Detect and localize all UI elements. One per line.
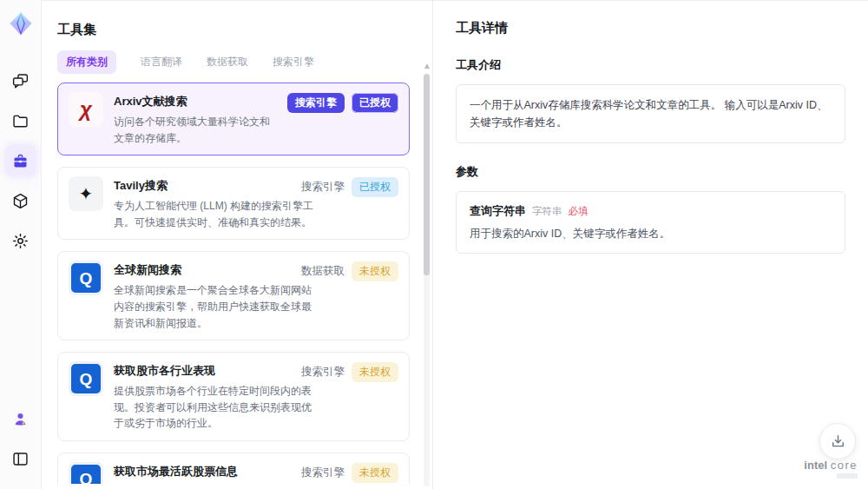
chat-icon — [11, 72, 30, 90]
nav-packages[interactable] — [5, 185, 36, 216]
folder-icon — [11, 112, 30, 130]
nav-files[interactable] — [5, 105, 36, 136]
param-required-flag: 必填 — [569, 205, 589, 218]
tool-list-panel: 工具集 所有类别语言翻译数据获取搜索引擎 Arxiv文献搜索 访问各个研究领域大… — [42, 0, 432, 489]
toolbox-icon — [11, 152, 30, 170]
auth-status-badge: 已授权 — [352, 93, 398, 113]
tool-description: 全球新闻搜索是一个聚合全球各大新闻网站内容的搜索引擎，帮助用户快速获取全球最新资… — [114, 282, 313, 331]
tool-title: Arxiv文献搜索 — [114, 94, 275, 109]
nav-settings[interactable] — [5, 225, 36, 256]
scrollbar-up-arrow[interactable] — [424, 63, 430, 69]
tool-card[interactable]: Tavily搜索 专为人工智能代理 (LLM) 构建的搜索引擎工具。可快速提供实… — [57, 167, 410, 240]
tool-card[interactable]: 全球新闻搜索 全球新闻搜索是一个聚合全球各大新闻网站内容的搜索引擎，帮助用户快速… — [57, 251, 410, 340]
category-badge: 搜索引擎 — [287, 93, 345, 113]
auth-status-badge: 未授权 — [352, 362, 398, 382]
tool-description: 提供股票市场各个行业在特定时间段内的表现。投资者可以利用这些信息来识别表现优于或… — [114, 383, 313, 432]
tool-title: Tavily搜索 — [114, 178, 313, 194]
tavily-star-icon — [69, 176, 103, 211]
auth-status-badge: 未授权 — [352, 463, 398, 483]
filter-tab[interactable]: 数据获取 — [207, 50, 248, 74]
scrollbar-thumb[interactable] — [424, 74, 430, 275]
left-rail — [0, 0, 42, 489]
param-description: 用于搜索的Arxiv ID、关键字或作者姓名。 — [470, 227, 832, 241]
tool-title: 全球新闻搜索 — [114, 262, 313, 278]
category-badge: 数据获取 — [301, 264, 345, 279]
user-icon — [11, 410, 30, 428]
category-badge: 搜索引擎 — [301, 365, 345, 380]
tool-intro-text: 一个用于从Arxiv存储库搜索科学论文和文章的工具。 输入可以是Arxiv ID… — [456, 84, 845, 143]
tool-description: 专为人工智能代理 (LLM) 构建的搜索引擎工具。可快速提供实时、准确和真实的结… — [114, 198, 313, 230]
param-list: 查询字符串 字符串 必填 用于搜索的Arxiv ID、关键字或作者姓名。 — [456, 191, 845, 254]
cube-icon — [11, 192, 30, 210]
param-type: 字符串 — [532, 205, 562, 218]
auth-status-badge: 已授权 — [352, 177, 398, 197]
nav-toolbox-active[interactable] — [5, 145, 36, 176]
filter-tab[interactable]: 所有类别 — [57, 50, 116, 74]
tool-card[interactable]: 获取股市各行业表现 提供股票市场各个行业在特定时间段内的表现。投资者可以利用这些… — [57, 352, 410, 441]
scrollbar-track[interactable] — [424, 74, 430, 486]
params-heading: 参数 — [456, 164, 845, 180]
tool-details-panel: 工具详情 工具介绍 一个用于从Arxiv存储库搜索科学论文和文章的工具。 输入可… — [432, 0, 868, 489]
brand-intel-text: intel — [804, 459, 827, 472]
arxiv-logo-icon — [69, 92, 103, 127]
param-row: 查询字符串 字符串 必填 用于搜索的Arxiv ID、关键字或作者姓名。 — [470, 203, 832, 241]
app-logo — [6, 9, 36, 38]
tool-list: Arxiv文献搜索 访问各个研究领域大量科学论文和文章的存储库。 搜索引擎 已授… — [57, 83, 411, 484]
download-icon — [830, 433, 846, 450]
category-badge: 搜索引擎 — [301, 466, 345, 480]
download-button[interactable] — [819, 423, 856, 459]
tool-title: 获取市场最活跃股票信息 — [114, 464, 313, 479]
nav-collapse-panel[interactable] — [5, 443, 36, 474]
filter-tab[interactable]: 搜索引擎 — [273, 50, 314, 74]
filter-tabs: 所有类别语言翻译数据获取搜索引擎 — [57, 50, 411, 74]
param-name: 查询字符串 — [470, 203, 526, 219]
settings-gear-icon — [11, 232, 30, 250]
blue-search-icon — [69, 361, 103, 396]
blue-search-icon — [69, 462, 103, 484]
panel-toggle-icon — [11, 450, 30, 468]
auth-status-badge: 未授权 — [352, 261, 398, 281]
app-window: 工具集 所有类别语言翻译数据获取搜索引擎 Arxiv文献搜索 访问各个研究领域大… — [0, 0, 868, 489]
intro-heading: 工具介绍 — [456, 57, 845, 73]
nav-chat[interactable] — [5, 65, 36, 96]
filter-tab[interactable]: 语言翻译 — [141, 50, 182, 74]
page-title: 工具集 — [57, 22, 411, 38]
brand-sub-mark — [837, 473, 858, 479]
blue-search-icon — [69, 261, 103, 295]
tool-card[interactable]: Arxiv文献搜索 访问各个研究领域大量科学论文和文章的存储库。 搜索引擎 已授… — [57, 83, 410, 155]
tool-card[interactable]: 获取市场最活跃股票信息 提供当天交易量最高的股票列表。投资者可以利用这些信息来识… — [57, 453, 410, 484]
tool-title: 获取股市各行业表现 — [114, 363, 313, 379]
details-title: 工具详情 — [456, 20, 845, 36]
brand-core-text: core — [831, 459, 858, 472]
category-badge: 搜索引擎 — [301, 180, 345, 195]
intel-core-logo: intel core — [804, 459, 858, 479]
tool-description: 访问各个研究领域大量科学论文和文章的存储库。 — [114, 114, 275, 146]
nav-account[interactable] — [5, 403, 36, 434]
